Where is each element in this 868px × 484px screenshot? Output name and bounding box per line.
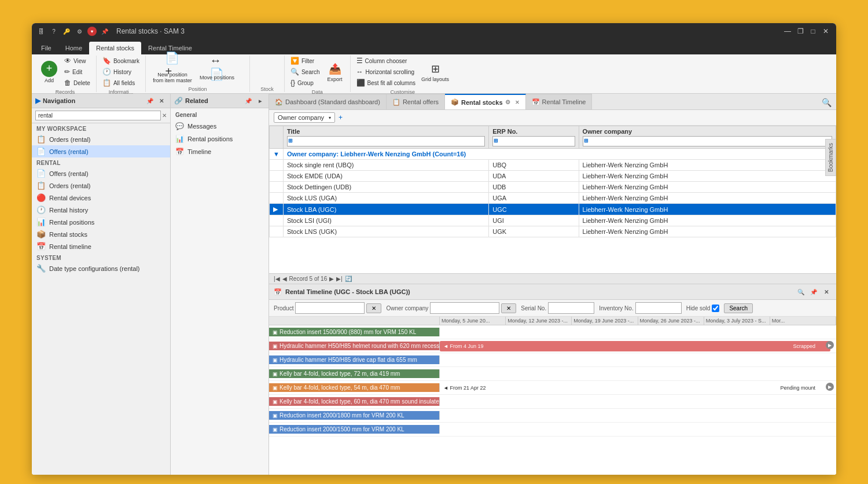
serial-filter-input[interactable] bbox=[548, 302, 594, 314]
new-position-button[interactable]: 📄+ New positionfrom item master bbox=[149, 56, 196, 85]
group-header-row[interactable]: ▼ Owner company: Liebherr-Werk Nenzing G… bbox=[270, 149, 836, 160]
sidebar-item-orders-rental[interactable]: 📋 Orders (rental) bbox=[32, 133, 170, 145]
table-row[interactable]: Stock Dettingen (UDB) UDB Liebherr-Werk … bbox=[270, 182, 836, 193]
timeline-row[interactable]: ▣ Reduction insert 2000/1500 mm for VRM … bbox=[269, 423, 836, 437]
sidebar-item-rental-stocks[interactable]: 📦 Rental stocks bbox=[32, 228, 170, 240]
horizontal-scrolling-button[interactable]: ↔ Horizontal scrolling bbox=[354, 67, 418, 77]
hide-sold-checkbox[interactable] bbox=[712, 305, 719, 312]
timeline-close-btn[interactable]: ✕ bbox=[821, 287, 832, 297]
tab-file[interactable]: File bbox=[34, 42, 58, 54]
add-button[interactable]: + Add bbox=[38, 60, 61, 85]
nav-pin-button[interactable]: 📌 bbox=[145, 96, 155, 106]
first-record-button[interactable]: |◀ bbox=[274, 276, 280, 282]
export-button[interactable]: 📤 Export bbox=[323, 61, 347, 83]
table-row[interactable]: Stock EMDE (UDA) UDA Liebherr-Werk Nenzi… bbox=[270, 171, 836, 182]
group-button[interactable]: {} Group bbox=[288, 78, 322, 88]
related-item-timeline[interactable]: 📅 Timeline bbox=[171, 145, 269, 158]
restore-button[interactable]: ❐ bbox=[795, 26, 806, 36]
nav-search-input[interactable] bbox=[35, 111, 161, 120]
bookmark-button[interactable]: 🔖 Bookmark bbox=[100, 56, 142, 66]
best-fit-button[interactable]: ⬛ Best fit all columns bbox=[354, 78, 418, 88]
settings-icon2[interactable]: ⚙ bbox=[75, 27, 84, 36]
grid-layouts-button[interactable]: ⊞ Grid layouts bbox=[419, 61, 451, 83]
timeline-row[interactable]: ▣ Hydraulic hammer H50/H85 drive cap fla… bbox=[269, 353, 836, 367]
all-fields-button[interactable]: 📋 All fields bbox=[100, 78, 142, 88]
timeline-row[interactable]: ▣ Kelly bar 4-fold, locked type, 60 m, d… bbox=[269, 395, 836, 409]
timeline-row[interactable]: ▣ Kelly bar 4-fold, locked type, 54 m, d… bbox=[269, 381, 836, 395]
filter-button[interactable]: 🔽 Filter bbox=[288, 56, 322, 66]
help-icon[interactable]: ? bbox=[49, 27, 58, 36]
group-expand-icon[interactable]: ▼ bbox=[270, 149, 284, 160]
related-item-rental-positions[interactable]: 📊 Rental positions bbox=[171, 133, 269, 145]
owner-filter-dropdown[interactable]: Owner company ▾ bbox=[274, 112, 335, 123]
history-button[interactable]: 🕐 History bbox=[100, 67, 142, 77]
table-row[interactable]: Stock single rent (UBQ) UBQ Liebherr-Wer… bbox=[270, 160, 836, 171]
scroll-right-button[interactable]: ▶ bbox=[826, 341, 834, 349]
sidebar-item-offers-rental[interactable]: 📄 Offers (rental) bbox=[32, 145, 170, 157]
sidebar-item-offers[interactable]: 📄 Offers (rental) bbox=[32, 167, 170, 179]
last-record-button[interactable]: ▶| bbox=[336, 276, 343, 282]
move-positions-button[interactable]: ↔📄 Move positions bbox=[197, 59, 237, 82]
timeline-row[interactable]: ▣ Reduction insert 2000/1800 mm for VRM … bbox=[269, 409, 836, 423]
sidebar-item-orders[interactable]: 📋 Orders (rental) bbox=[32, 179, 170, 192]
next-record-button[interactable]: ▶ bbox=[329, 276, 334, 282]
close-button[interactable]: ✕ bbox=[820, 26, 832, 36]
timeline-row-content-5: ◄ From 21 Apr 22 Pending mount ▶ bbox=[440, 381, 836, 394]
tab-rental-stocks-content[interactable]: 📦 Rental stocks ⚙ ✕ bbox=[445, 94, 526, 109]
sidebar-item-rental-positions[interactable]: 📊 Rental positions bbox=[32, 216, 170, 228]
sidebar-item-rental-history[interactable]: 🕐 Rental history bbox=[32, 204, 170, 216]
orders-icon: 📋 bbox=[36, 135, 46, 144]
view-icon: 👁 bbox=[64, 57, 71, 65]
heart-icon[interactable]: ♥ bbox=[87, 27, 97, 36]
table-row[interactable]: Stock LNS (UGK) UGK Liebherr-Werk Nenzin… bbox=[270, 226, 836, 237]
title-bar-left: 🗄 ? 🔑 ⚙ ♥ 📌 Rental stocks · SAM 3 bbox=[36, 27, 185, 36]
sidebar-item-rental-timeline[interactable]: 📅 Rental timeline bbox=[32, 240, 170, 252]
minimize-button[interactable]: — bbox=[782, 26, 793, 36]
pin-icon[interactable]: 📌 bbox=[100, 27, 109, 36]
title-filter[interactable]: ⊞ bbox=[287, 136, 485, 146]
prev-record-button[interactable]: ◀ bbox=[282, 276, 287, 282]
info-icon[interactable]: 🔑 bbox=[62, 27, 71, 36]
timeline-row[interactable]: ▣ Reduction insert 1500/900 (880) mm for… bbox=[269, 325, 836, 339]
bookmarks-side-tab[interactable]: Bookmarks bbox=[825, 139, 836, 176]
tab-close-icon[interactable]: ✕ bbox=[515, 100, 520, 105]
product-clear-btn[interactable]: ✕ bbox=[366, 303, 381, 313]
owner-clear-btn[interactable]: ✕ bbox=[501, 303, 516, 313]
timeline-row[interactable]: ▣ Kelly bar 4-fold, locked type, 72 m, d… bbox=[269, 367, 836, 381]
tab-settings-icon[interactable]: ⚙ bbox=[505, 99, 510, 105]
erp-filter[interactable]: ⊞ bbox=[492, 136, 575, 146]
owner-filter-field-input[interactable] bbox=[430, 302, 499, 314]
tab-rental-stocks[interactable]: Rental stocks bbox=[89, 42, 141, 54]
tab-rental-timeline-content[interactable]: 📅 Rental Timeline bbox=[526, 94, 593, 109]
search-clear-button[interactable]: ✕ bbox=[162, 112, 167, 119]
maximize-button[interactable]: □ bbox=[807, 26, 819, 36]
tab-search-button[interactable]: 🔍 bbox=[817, 96, 836, 109]
refresh-button[interactable]: 🔄 bbox=[345, 276, 352, 282]
product-filter-input[interactable] bbox=[295, 302, 365, 314]
delete-button[interactable]: 🗑 Delete bbox=[62, 78, 93, 88]
owner-col-filter[interactable]: ⊞ bbox=[583, 136, 832, 146]
related-pin-button[interactable]: 📌 bbox=[243, 96, 253, 106]
pending-scroll-right[interactable]: ▶ bbox=[826, 383, 834, 391]
sidebar-item-rental-devices[interactable]: 🔴 Rental devices bbox=[32, 192, 170, 204]
inventory-filter-input[interactable] bbox=[635, 302, 682, 314]
tab-home[interactable]: Home bbox=[58, 42, 89, 54]
timeline-row[interactable]: ▣ Hydraulic hammer H50/H85 helmet round … bbox=[269, 339, 836, 353]
column-chooser-button[interactable]: ☰ Column chooser bbox=[354, 56, 418, 66]
edit-button[interactable]: ✏ Edit bbox=[62, 67, 93, 77]
related-item-messages[interactable]: 💬 Messages bbox=[171, 120, 269, 133]
related-close-button[interactable]: ▸ bbox=[255, 96, 265, 106]
table-row[interactable]: Stock LUS (UGA) UGA Liebherr-Werk Nenzin… bbox=[270, 193, 836, 204]
search-button[interactable]: 🔍 Search bbox=[288, 67, 322, 77]
search-timeline-btn[interactable]: Search bbox=[724, 303, 753, 313]
nav-close-button[interactable]: ✕ bbox=[156, 96, 167, 106]
timeline-pin-btn[interactable]: 📌 bbox=[808, 287, 819, 297]
tab-dashboard[interactable]: 🏠 Dashboard (Standard dashboard) bbox=[269, 94, 387, 109]
table-row-selected[interactable]: ▶ Stock LBA (UGC) UGC Liebherr-Werk Nenz… bbox=[270, 204, 836, 215]
tab-rental-offers[interactable]: 📋 Rental offers bbox=[387, 94, 445, 109]
timeline-search-btn[interactable]: 🔍 bbox=[796, 287, 806, 297]
table-row[interactable]: Stock LSI (UGI) UGI Liebherr-Werk Nenzin… bbox=[270, 215, 836, 226]
best-fit-icon: ⬛ bbox=[356, 79, 365, 87]
sidebar-item-date-type[interactable]: 🔧 Date type configurations (rental) bbox=[32, 262, 170, 274]
view-button[interactable]: 👁 View bbox=[62, 56, 93, 66]
